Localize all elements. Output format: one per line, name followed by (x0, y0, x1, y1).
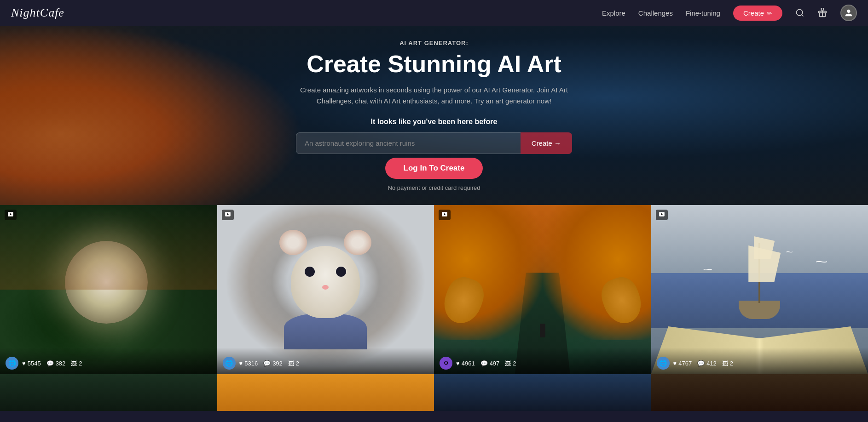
prompt-input[interactable] (296, 132, 521, 154)
search-button[interactable] (795, 8, 804, 17)
creator-avatar-3: ⚙ (440, 357, 452, 370)
likes-2: ♥ 5316 (239, 360, 258, 367)
gallery-section: 🌐 ♥ 5545 💬 382 🖼 2 (0, 205, 868, 411)
navbar-right: Explore Challenges Fine-tuning Create (602, 5, 857, 21)
hero-section: AI ART GENERATOR: Create Stunning AI Art… (0, 26, 868, 205)
nav-create-button[interactable]: Create (733, 6, 782, 21)
gallery-item[interactable]: ~ ~ ~ 🌐 ♥ 4767 💬 412 🖼 2 (651, 205, 868, 374)
gallery-item[interactable]: 🌐 ♥ 5545 💬 382 🖼 2 (0, 205, 217, 374)
hero-description: Create amazing artworks in seconds using… (296, 85, 572, 107)
login-to-create-button[interactable]: Log In To Create (385, 158, 483, 179)
video-icon-2 (222, 210, 234, 220)
hero-subtitle: AI ART GENERATOR: (296, 40, 572, 46)
comments-4: 💬 412 (697, 360, 717, 367)
video-icon-3 (439, 210, 451, 220)
hero-content: AI ART GENERATOR: Create Stunning AI Art… (287, 40, 581, 191)
avatar[interactable] (840, 5, 857, 21)
creator-avatar-4: 🌐 (657, 357, 670, 370)
comments-1: 💬 382 (46, 360, 66, 367)
likes-3: ♥ 4961 (456, 360, 475, 367)
svg-marker-5 (10, 213, 12, 216)
svg-rect-4 (8, 212, 13, 216)
likes-1: ♥ 5545 (22, 360, 41, 367)
comments-2: 💬 392 (263, 360, 283, 367)
svg-line-1 (802, 15, 804, 17)
rewards-icon (817, 8, 827, 18)
nav-explore[interactable]: Explore (602, 9, 625, 17)
gallery-bottom-row (0, 374, 868, 411)
navbar: NightCafe Explore Challenges Fine-tuning… (0, 0, 868, 26)
bottom-gallery-item-3[interactable] (434, 374, 651, 411)
create-label: Create (743, 9, 764, 17)
svg-point-0 (797, 10, 803, 16)
gallery-footer-3: ⚙ ♥ 4961 💬 497 🖼 2 (434, 348, 651, 374)
hero-notice: It looks like you've been here before (296, 118, 572, 126)
bottom-gallery-item-4[interactable] (651, 374, 868, 411)
gallery-stats-2: ♥ 5316 💬 392 🖼 2 (239, 360, 300, 367)
user-icon (845, 9, 853, 17)
images-1: 🖼 2 (71, 360, 82, 367)
video-icon-1 (5, 210, 17, 220)
images-3: 🖼 2 (505, 360, 516, 367)
gallery-stats-1: ♥ 5545 💬 382 🖼 2 (22, 360, 82, 367)
search-icon (795, 8, 804, 17)
gallery-grid: 🌐 ♥ 5545 💬 382 🖼 2 (0, 205, 868, 374)
gallery-footer-4: 🌐 ♥ 4767 💬 412 🖼 2 (651, 348, 868, 374)
hero-clouds-left2 (0, 26, 260, 205)
gallery-stats-3: ♥ 4961 💬 497 🖼 2 (456, 360, 516, 367)
gallery-footer-1: 🌐 ♥ 5545 💬 382 🖼 2 (0, 348, 217, 374)
pencil-icon (767, 9, 772, 17)
hero-input-row: Create → (296, 132, 572, 154)
creator-avatar-2: 🌐 (223, 357, 236, 370)
images-4: 🖼 2 (722, 360, 733, 367)
gallery-stats-4: ♥ 4767 💬 412 🖼 2 (673, 360, 734, 367)
likes-4: ♥ 4767 (673, 360, 692, 367)
hero-create-button[interactable]: Create → (521, 132, 572, 154)
bottom-gallery-item-1[interactable] (0, 374, 217, 411)
site-logo[interactable]: NightCafe (11, 6, 64, 20)
rewards-button[interactable] (817, 8, 827, 18)
gallery-item[interactable]: ⚙ ♥ 4961 💬 497 🖼 2 (434, 205, 651, 374)
gallery-footer-2: 🌐 ♥ 5316 💬 392 🖼 2 (217, 348, 434, 374)
hero-title: Create Stunning AI Art (296, 51, 572, 77)
video-icon-4 (656, 210, 668, 220)
bottom-gallery-item-2[interactable] (217, 374, 434, 411)
creator-avatar-1: 🌐 (6, 357, 18, 370)
images-2: 🖼 2 (288, 360, 299, 367)
nav-finetuning[interactable]: Fine-tuning (686, 9, 720, 17)
comments-3: 💬 497 (480, 360, 500, 367)
gallery-item[interactable]: 🌐 ♥ 5316 💬 392 🖼 2 (217, 205, 434, 374)
nav-challenges[interactable]: Challenges (638, 9, 673, 17)
no-payment-text: No payment or credit card required (296, 184, 572, 191)
